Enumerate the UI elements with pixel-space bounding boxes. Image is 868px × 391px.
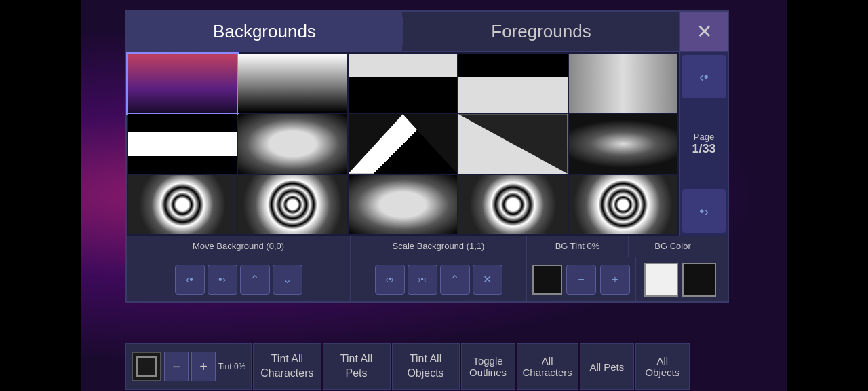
grid-cell-10[interactable] <box>569 114 677 173</box>
all-objects-label: AllObjects <box>645 355 679 378</box>
grid-cell-12[interactable] <box>238 175 347 234</box>
tint-swatch[interactable] <box>132 352 161 381</box>
scale-x-button[interactable]: ✕ <box>473 265 502 295</box>
tint-plus-button[interactable]: + <box>600 265 630 295</box>
move-down-button[interactable]: ⌄ <box>273 265 302 295</box>
grid-cell-6[interactable] <box>128 114 237 173</box>
grid-cell-4[interactable] <box>458 54 567 113</box>
bg-color-label: BG Color <box>629 236 717 257</box>
controls-area: Move Background (0,0) Scale Background (… <box>125 236 729 303</box>
all-characters-button[interactable]: AllCharacters <box>517 343 578 390</box>
bg-tint-label: BG Tint 0% <box>527 236 629 257</box>
prev-page-icon: ‹• <box>699 69 709 85</box>
page-number: 1/33 <box>692 142 715 156</box>
tint-plus-icon: + <box>612 274 618 286</box>
all-objects-button[interactable]: AllObjects <box>635 343 690 390</box>
grid-cell-7[interactable] <box>238 114 347 173</box>
next-page-icon: •› <box>699 204 709 219</box>
grid-cell-11[interactable] <box>128 175 237 234</box>
grid-cell-1[interactable] <box>128 54 237 113</box>
grid-cell-9[interactable] <box>458 114 567 173</box>
page-label: Page <box>694 132 714 142</box>
tint-plus-action-button[interactable]: + <box>191 352 216 381</box>
main-panel: Backgrounds Foregrounds ✕ ‹• <box>125 10 729 390</box>
background-grid <box>127 52 679 236</box>
move-bg-controls: ‹• •› ⌃ ⌄ <box>127 257 351 301</box>
move-right-icon: •› <box>218 274 226 286</box>
controls-labels: Move Background (0,0) Scale Background (… <box>127 236 728 257</box>
scale-up-icon: ⌃ <box>450 273 459 286</box>
grid-cell-2[interactable] <box>238 54 347 113</box>
grid-nav-container: ‹• Page 1/33 •› <box>125 52 729 236</box>
tint-all-characters-button[interactable]: Tint AllCharacters <box>253 343 321 390</box>
toggle-outlines-button[interactable]: ToggleOutlines <box>461 343 515 390</box>
grid-cell-5[interactable] <box>569 54 677 113</box>
bg-color-black-swatch[interactable] <box>682 263 716 297</box>
tint-controls: − + <box>527 257 636 301</box>
move-up-button[interactable]: ⌃ <box>240 265 270 295</box>
grid-cell-3[interactable] <box>349 54 457 113</box>
tint-minus-button[interactable]: − <box>566 265 596 295</box>
tint-all-pets-label: Tint AllPets <box>340 352 372 381</box>
grid-cell-13[interactable] <box>349 175 457 234</box>
scale-expand-h-button[interactable]: ›•‹ <box>408 265 437 295</box>
tint-all-pets-button[interactable]: Tint AllPets <box>323 343 391 390</box>
move-up-icon: ⌃ <box>250 273 259 286</box>
all-pets-label: All Pets <box>589 361 624 373</box>
scale-up-button[interactable]: ⌃ <box>440 265 470 295</box>
tab-backgrounds[interactable]: Backgrounds <box>127 12 402 51</box>
tab-foregrounds[interactable]: Foregrounds <box>403 12 679 51</box>
scale-shrink-h-icon: ‹•› <box>385 275 393 284</box>
tint-color-swatch[interactable] <box>532 265 562 295</box>
all-pets-button[interactable]: All Pets <box>580 343 634 390</box>
bg-color-white-swatch[interactable] <box>644 263 678 297</box>
grid-cell-8[interactable] <box>349 114 457 173</box>
tab-bar: Backgrounds Foregrounds ✕ <box>125 10 729 52</box>
toggle-outlines-label: ToggleOutlines <box>469 355 507 378</box>
prev-page-button[interactable]: ‹• <box>682 55 726 98</box>
tint-minus-action-button[interactable]: − <box>164 352 189 381</box>
action-bar: − + Tint 0% Tint AllCharacters Tint AllP… <box>125 342 729 391</box>
scale-expand-h-icon: ›•‹ <box>418 275 426 284</box>
all-characters-label: AllCharacters <box>523 355 572 378</box>
scale-x-icon: ✕ <box>483 273 492 286</box>
scale-shrink-h-button[interactable]: ‹•› <box>375 265 405 295</box>
controls-buttons: ‹• •› ⌃ ⌄ ‹•› ›•‹ <box>127 257 728 301</box>
page-info: Page 1/33 <box>692 101 715 187</box>
color-controls <box>636 257 724 301</box>
tint-inner-swatch <box>136 356 157 377</box>
close-button[interactable]: ✕ <box>679 12 728 51</box>
tint-zero-label: Tint 0% <box>218 362 245 371</box>
tint-all-objects-button[interactable]: Tint AllObjects <box>392 343 460 390</box>
scale-bg-controls: ‹•› ›•‹ ⌃ ✕ <box>351 257 527 301</box>
move-left-button[interactable]: ‹• <box>175 265 205 295</box>
tint-all-objects-label: Tint AllObjects <box>407 352 443 381</box>
scale-bg-label: Scale Background (1,1) <box>351 236 527 257</box>
tint-minus-icon: − <box>578 274 584 286</box>
next-page-button[interactable]: •› <box>682 189 726 233</box>
move-bg-label: Move Background (0,0) <box>127 236 351 257</box>
move-down-icon: ⌄ <box>283 273 292 286</box>
nav-column: ‹• Page 1/33 •› <box>679 52 728 236</box>
tint-group: − + Tint 0% <box>125 343 252 390</box>
move-left-icon: ‹• <box>186 274 193 286</box>
tint-all-characters-label: Tint AllCharacters <box>260 352 313 381</box>
grid-cell-15[interactable] <box>569 175 677 234</box>
move-right-button[interactable]: •› <box>208 265 237 295</box>
grid-cell-14[interactable] <box>458 175 567 234</box>
tint-zero-group: Tint 0% <box>218 362 245 371</box>
